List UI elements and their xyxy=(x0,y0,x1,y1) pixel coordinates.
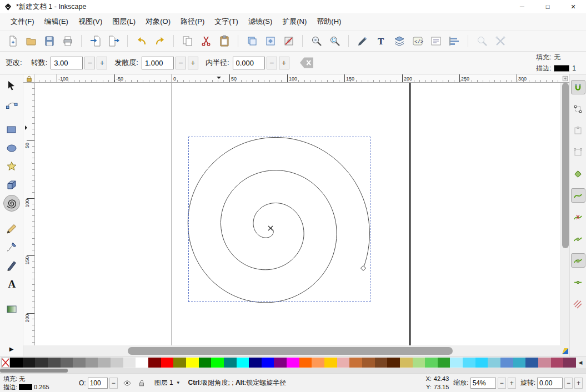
opacity-decrement-button[interactable]: − xyxy=(109,378,118,389)
palette-swatch[interactable] xyxy=(525,358,538,368)
lock-icon[interactable] xyxy=(26,75,33,82)
horizontal-scrollbar-thumb[interactable] xyxy=(128,347,453,355)
palette-swatch[interactable] xyxy=(48,358,61,368)
palette-swatch[interactable] xyxy=(538,358,551,368)
clone-button[interactable] xyxy=(261,33,279,49)
inner-radius-input[interactable] xyxy=(233,57,265,69)
palette-scrollbar[interactable] xyxy=(0,368,586,373)
menu-item[interactable]: 编辑(E) xyxy=(39,14,73,29)
palette-swatch[interactable] xyxy=(136,358,148,368)
zoom-input[interactable] xyxy=(470,378,496,389)
pencil-tool-button[interactable] xyxy=(3,220,20,237)
palette-swatch[interactable] xyxy=(500,358,513,368)
palette-swatch[interactable] xyxy=(61,358,73,368)
zoom-selection-button[interactable] xyxy=(325,33,344,49)
palette-swatch[interactable] xyxy=(513,358,526,368)
status-stroke-swatch[interactable] xyxy=(19,384,32,390)
divergence-decrement-button[interactable]: − xyxy=(176,57,186,69)
snap-enable-button[interactable] xyxy=(571,80,585,94)
palette-swatch[interactable] xyxy=(111,358,123,368)
maximize-button[interactable]: □ xyxy=(535,0,560,13)
snap-path-intersections-button[interactable] xyxy=(571,210,585,224)
palette-swatch[interactable] xyxy=(362,358,375,368)
rotation-decrement-button[interactable]: − xyxy=(564,378,573,389)
menu-item[interactable]: 扩展(N) xyxy=(277,14,312,29)
box3d-tool-button[interactable] xyxy=(3,177,20,193)
snap-smooth-nodes-button[interactable] xyxy=(571,253,585,268)
snap-nodes-button[interactable] xyxy=(571,167,585,181)
menu-item[interactable]: 文字(T) xyxy=(209,14,243,29)
palette-swatch[interactable] xyxy=(349,358,362,368)
palette-scroll-left-button[interactable]: ◀ xyxy=(576,358,585,368)
horizontal-scrollbar[interactable] xyxy=(35,345,560,356)
copy-button[interactable] xyxy=(178,33,197,49)
menu-item[interactable]: 路径(P) xyxy=(176,14,209,29)
inner-radius-increment-button[interactable]: + xyxy=(279,57,289,69)
duplicate-button[interactable] xyxy=(243,33,261,49)
menu-item[interactable]: 对象(O) xyxy=(141,14,176,29)
text-dialog-button[interactable]: T xyxy=(372,33,390,49)
toolbox-more-button[interactable]: ▶ xyxy=(0,346,23,352)
layer-visibility-toggle[interactable] xyxy=(122,378,132,388)
snap-others-button[interactable] xyxy=(571,296,585,311)
palette-swatch[interactable] xyxy=(262,358,274,368)
palette-swatch[interactable] xyxy=(387,358,400,368)
minimize-button[interactable]: ─ xyxy=(509,0,535,13)
snap-midpoints-button[interactable] xyxy=(571,275,585,289)
spiral-end-handle[interactable] xyxy=(360,265,367,272)
snap-cusp-nodes-button[interactable] xyxy=(571,232,585,246)
canvas[interactable] xyxy=(35,83,560,345)
menu-item[interactable]: 滤镜(S) xyxy=(243,14,277,29)
horizontal-ruler[interactable]: -100-50050100150200250300 xyxy=(35,74,560,83)
bezier-tool-button[interactable] xyxy=(3,239,20,255)
palette-swatch[interactable] xyxy=(86,358,98,368)
snap-bbox-edges-button[interactable] xyxy=(571,123,585,138)
turns-decrement-button[interactable]: − xyxy=(84,57,95,69)
palette-swatch[interactable] xyxy=(35,358,48,368)
color-managed-view-button[interactable] xyxy=(560,345,569,356)
status-fill-value[interactable]: 无 xyxy=(19,375,25,383)
palette-swatch[interactable] xyxy=(551,358,564,368)
close-button[interactable]: ✕ xyxy=(560,0,586,13)
zoom-increment-button[interactable]: + xyxy=(508,378,516,389)
undo-button[interactable] xyxy=(132,33,151,49)
turns-input[interactable] xyxy=(51,57,83,69)
palette-swatch[interactable] xyxy=(299,358,312,368)
palette-swatch[interactable] xyxy=(123,358,136,368)
palette-scrollbar-thumb[interactable] xyxy=(0,369,68,373)
cut-button[interactable] xyxy=(197,33,215,49)
palette-swatch[interactable] xyxy=(450,358,463,368)
export-button[interactable] xyxy=(104,33,123,49)
ellipse-tool-button[interactable] xyxy=(3,140,20,157)
palette-swatch[interactable] xyxy=(400,358,413,368)
import-button[interactable] xyxy=(86,33,104,49)
palette-swatch[interactable] xyxy=(438,358,450,368)
node-editor-tool-button[interactable] xyxy=(3,96,20,113)
palette-swatch[interactable] xyxy=(324,358,337,368)
palette-swatch[interactable] xyxy=(224,358,237,368)
zoom-drawing-button[interactable] xyxy=(307,33,325,49)
palette-swatch[interactable] xyxy=(475,358,488,368)
palette-swatch[interactable] xyxy=(98,358,111,368)
save-document-button[interactable] xyxy=(40,33,58,49)
turns-increment-button[interactable]: + xyxy=(97,57,107,69)
text-tool-button[interactable]: A xyxy=(3,275,20,292)
palette-swatch[interactable] xyxy=(199,358,212,368)
divergence-increment-button[interactable]: + xyxy=(188,57,198,69)
menu-item[interactable]: 文件(F) xyxy=(6,14,39,29)
layers-dialog-button[interactable] xyxy=(390,33,408,49)
zoom-decrement-button[interactable]: − xyxy=(498,378,506,389)
palette-swatch[interactable] xyxy=(274,358,287,368)
palette-swatch[interactable] xyxy=(287,358,299,368)
gradient-tool-button[interactable] xyxy=(3,301,20,318)
palette-swatch[interactable] xyxy=(73,358,86,368)
opacity-input[interactable] xyxy=(88,378,108,389)
rectangle-tool-button[interactable] xyxy=(3,122,20,138)
sticky-zoom-button[interactable] xyxy=(560,74,569,83)
layer-selector[interactable]: 图层 1 ▼ xyxy=(151,377,184,389)
selector-tool-button[interactable] xyxy=(3,78,20,94)
menu-item[interactable]: 帮助(H) xyxy=(312,14,346,29)
preferences-button[interactable] xyxy=(491,33,509,49)
snap-paths-button[interactable] xyxy=(571,188,585,203)
text-and-font-dialog-button[interactable] xyxy=(427,33,445,49)
